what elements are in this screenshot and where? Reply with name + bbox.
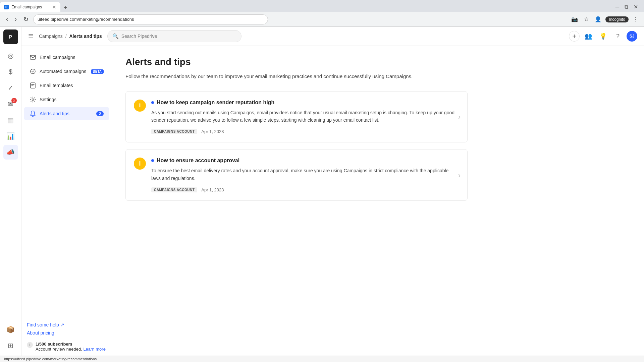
sidebar-item-integrations[interactable]: ⊞ [3, 338, 18, 353]
deals-icon: $ [9, 68, 12, 76]
search-icon: 🔍 [112, 33, 119, 39]
incognito-button[interactable]: Incognito [605, 16, 629, 22]
automated-campaigns-icon [30, 68, 36, 75]
status-bar: https://uifeed.pipedrive.com/marketing/r… [0, 356, 644, 362]
search-bar[interactable]: 🔍 [107, 30, 241, 42]
svg-rect-2 [31, 83, 35, 88]
tab-close-button[interactable]: ✕ [52, 4, 56, 10]
hamburger-icon[interactable]: ☰ [28, 33, 34, 40]
forward-button[interactable]: › [13, 14, 19, 24]
alert-dot-2 [151, 159, 154, 162]
subscriber-count: 1/500 subscribers [36, 342, 72, 347]
bulb-icon-button[interactable]: 💡 [597, 30, 609, 42]
tab-favicon: P [4, 5, 9, 9]
search-input[interactable] [121, 34, 236, 39]
app-logo[interactable]: P [3, 29, 18, 44]
app-container: P ◎ $ ✓ ✉ 3 ▦ 📊 📣 📦 ⊞ [0, 27, 644, 356]
settings-label: Settings [40, 97, 104, 102]
profile-icon[interactable]: 👤 [593, 15, 603, 24]
settings-icon [30, 96, 36, 103]
sidebar-item-automated-campaigns[interactable]: Automated campaigns BETA [24, 65, 109, 78]
avatar[interactable]: SJ [627, 31, 637, 42]
email-templates-icon [30, 82, 36, 89]
people-icon-button[interactable]: 👥 [582, 30, 594, 42]
sidebar-item-settings[interactable]: Settings [24, 93, 109, 106]
alert-description-1: As you start sending out emails using Ca… [151, 109, 459, 124]
alert-meta-1: CAMPAIGNS ACCOUNT Apr 1, 2023 [151, 129, 459, 134]
app-header: ☰ Campaigns / Alerts and tips 🔍 + 👥 💡 [21, 27, 644, 46]
window-controls: ─ ⧉ ✕ [613, 3, 644, 12]
calendar-icon: ▦ [7, 116, 14, 124]
sidebar-item-reports[interactable]: 📊 [3, 129, 18, 143]
bookmark-icon[interactable]: ☆ [582, 15, 591, 24]
alert-date-1: Apr 1, 2023 [201, 129, 224, 134]
campaigns-icon: 📣 [6, 148, 15, 156]
email-campaigns-icon [30, 54, 36, 61]
svg-point-3 [32, 99, 34, 101]
alert-dot-1 [151, 101, 154, 104]
new-tab-button[interactable]: + [60, 4, 71, 11]
window-minimize-button[interactable]: ─ [613, 3, 621, 11]
account-review-label: Account review needed. [36, 347, 82, 352]
status-url: https://uifeed.pipedrive.com/marketing/r… [4, 357, 97, 361]
help-icon-button[interactable]: ? [612, 30, 624, 42]
sidebar-item-alerts-tips[interactable]: Alerts and tips 2 [24, 107, 109, 120]
campaigns-badge-2: CAMPAIGNS ACCOUNT [151, 187, 197, 192]
address-bar[interactable]: uifeed.pipedrive.com/marketing/recommend… [33, 14, 268, 24]
add-button[interactable]: + [569, 31, 580, 42]
sidebar-item-mail[interactable]: ✉ 3 [3, 97, 18, 111]
info-icon: i [27, 342, 33, 348]
alert-body-1: How to keep campaign sender reputation h… [151, 100, 459, 134]
sidebar-item-campaigns[interactable]: 📣 [3, 145, 18, 160]
window-close-button[interactable]: ✕ [632, 3, 640, 11]
breadcrumb-parent-link[interactable]: Campaigns [39, 34, 63, 39]
browser-tab-active[interactable]: P Email campaigns ✕ [0, 2, 60, 12]
subscriber-text: 1/500 subscribers Account review needed.… [36, 342, 106, 352]
camera-icon[interactable]: 📷 [569, 15, 580, 24]
alert-title-row-2: How to ensure account approval [151, 158, 459, 164]
alert-card-sender-reputation[interactable]: i How to keep campaign sender reputation… [125, 91, 468, 143]
alert-title-row-1: How to keep campaign sender reputation h… [151, 100, 459, 106]
about-pricing-link[interactable]: About pricing [27, 330, 106, 336]
sidebar-item-deals[interactable]: $ [3, 64, 18, 79]
sidebar-item-email-templates[interactable]: Email templates [24, 79, 109, 92]
breadcrumb-separator: / [65, 34, 67, 39]
email-campaigns-label: Email campaigns [40, 55, 104, 60]
alert-chevron-2: › [458, 171, 461, 179]
page-title: Alerts and tips [125, 57, 468, 67]
alerts-count-badge: 2 [96, 111, 104, 116]
breadcrumb: Campaigns / Alerts and tips [39, 34, 102, 39]
sidebar-item-activity[interactable]: ✓ [3, 80, 18, 95]
sidebar-item-email-campaigns[interactable]: Email campaigns [24, 51, 109, 64]
sidebar: Email campaigns Automated campaigns BETA [21, 46, 112, 356]
learn-more-link[interactable]: Learn more [83, 347, 105, 352]
products-icon: 📦 [6, 325, 15, 334]
page-wrapper: ☰ Campaigns / Alerts and tips 🔍 + 👥 💡 [21, 27, 644, 356]
browser-chrome: P Email campaigns ✕ + ─ ⧉ ✕ ‹ › ↻ uifeed… [0, 0, 644, 27]
leads-icon: ◎ [8, 52, 13, 60]
window-maximize-button[interactable]: ⧉ [623, 3, 630, 11]
alert-body-2: How to ensure account approval To ensure… [151, 158, 459, 192]
automated-campaigns-label: Automated campaigns [40, 69, 88, 74]
browser-tabs: P Email campaigns ✕ + ─ ⧉ ✕ [0, 0, 644, 12]
sidebar-item-calendar[interactable]: ▦ [3, 113, 18, 127]
sidebar-nav: Email campaigns Automated campaigns BETA [21, 46, 112, 318]
url-text: uifeed.pipedrive.com/marketing/recommend… [38, 17, 264, 22]
browser-toolbar: ‹ › ↻ uifeed.pipedrive.com/marketing/rec… [0, 12, 644, 27]
header-actions: + 👥 💡 ? SJ [569, 30, 637, 42]
find-help-link[interactable]: Find some help ↗ [27, 322, 106, 327]
menu-dots-icon[interactable]: ⋮ [631, 15, 640, 24]
content-area: Alerts and tips Follow the recommendatio… [112, 46, 481, 218]
sidebar-footer: Find some help ↗ About pricing i 1/500 s… [21, 318, 112, 356]
alert-title-2: How to ensure account approval [157, 158, 239, 164]
email-templates-label: Email templates [40, 83, 104, 88]
sidebar-item-leads[interactable]: ◎ [3, 48, 18, 63]
alert-title-1: How to keep campaign sender reputation h… [157, 100, 274, 106]
toolbar-icons: 📷 ☆ 👤 Incognito ⋮ [569, 15, 640, 24]
bulb-icon: 💡 [599, 33, 607, 40]
back-button[interactable]: ‹ [4, 14, 10, 24]
sidebar-item-products[interactable]: 📦 [3, 322, 18, 337]
alert-card-account-approval[interactable]: i How to ensure account approval To ensu… [125, 149, 468, 201]
alert-description-2: To ensure the best email delivery rates … [151, 167, 459, 182]
reload-button[interactable]: ↻ [21, 14, 31, 24]
